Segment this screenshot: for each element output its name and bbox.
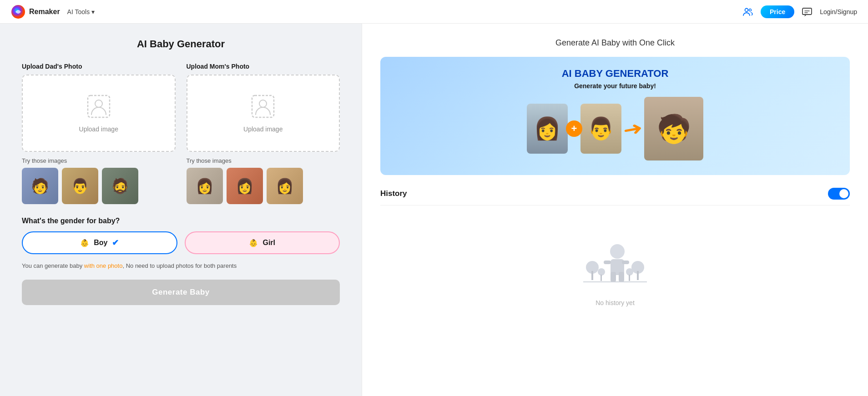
mom-sample-2[interactable]: 👩 xyxy=(227,168,263,204)
one-photo-note: You can generate baby with one photo, No… xyxy=(22,261,340,271)
chevron-down-icon: ▾ xyxy=(91,8,95,15)
generate-baby-button[interactable]: Generate Baby xyxy=(22,280,340,305)
no-history-text: No history yet xyxy=(595,299,635,306)
history-toggle[interactable] xyxy=(828,188,850,200)
gender-section: What's the gender for baby? 👶 Boy ✔ 👶 Gi… xyxy=(22,217,340,254)
navbar-left: Remaker AI Tools ▾ xyxy=(11,5,98,19)
mom-upload-label: Upload Mom's Photo xyxy=(187,63,340,70)
navbar: Remaker AI Tools ▾ Price Login/Signup xyxy=(0,0,868,24)
boy-label: Boy xyxy=(94,239,107,247)
logo-icon xyxy=(11,5,25,19)
promo-plus-icon: + xyxy=(566,120,582,137)
svg-point-5 xyxy=(95,100,102,107)
toggle-thumb xyxy=(839,189,848,198)
mom-try-label: Try those images xyxy=(187,157,340,164)
mom-sample-1[interactable]: 👩 xyxy=(187,168,223,204)
svg-rect-15 xyxy=(619,272,624,282)
one-photo-link[interactable]: with one photo xyxy=(84,262,123,269)
mom-upload-icon-wrap xyxy=(250,94,276,121)
mom-sample-images: 👩 👩 👩 xyxy=(187,168,340,204)
history-header: History xyxy=(380,188,850,206)
no-history-illustration xyxy=(579,231,651,292)
promo-dad-face: 👨 xyxy=(580,104,621,154)
ai-tools-button[interactable]: AI Tools ▾ xyxy=(64,6,99,17)
promo-banner-subtitle: Generate your future baby! xyxy=(389,82,841,90)
page-title: AI Baby Generator xyxy=(22,38,340,50)
svg-point-20 xyxy=(626,268,633,276)
gender-title: What's the gender for baby? xyxy=(22,217,340,225)
users-icon-button[interactable] xyxy=(741,5,755,19)
svg-rect-9 xyxy=(591,271,593,280)
dad-sample-2[interactable]: 👨 xyxy=(62,168,98,204)
svg-rect-21 xyxy=(629,275,630,281)
dad-try-label: Try those images xyxy=(22,157,176,164)
mom-upload-icon xyxy=(250,94,276,119)
dad-upload-text: Upload image xyxy=(79,125,118,133)
promo-banner: AI BABY GENERATOR Generate your future b… xyxy=(380,57,850,175)
promo-arrow-icon: ➜ xyxy=(621,118,644,139)
brand-name: Remaker xyxy=(29,8,60,16)
boy-button[interactable]: 👶 Boy ✔ xyxy=(22,231,177,254)
ai-tools-label: AI Tools xyxy=(67,8,90,15)
svg-point-7 xyxy=(259,100,267,107)
promo-baby-result: 🧒 xyxy=(644,97,703,160)
svg-point-10 xyxy=(598,268,605,276)
dad-sample-images: 🧑 👨 🧔 xyxy=(22,168,176,204)
svg-point-2 xyxy=(749,9,752,11)
dad-upload-icon-wrap xyxy=(86,94,111,121)
svg-rect-14 xyxy=(611,272,616,282)
right-panel: Generate AI Baby with One Click AI BABY … xyxy=(362,24,868,396)
svg-rect-17 xyxy=(622,261,629,264)
svg-rect-16 xyxy=(604,261,611,264)
login-button[interactable]: Login/Signup xyxy=(820,8,857,15)
girl-label: Girl xyxy=(262,239,275,247)
message-icon-button[interactable] xyxy=(800,5,814,19)
history-title: History xyxy=(380,189,407,198)
dad-sample-3[interactable]: 🧔 xyxy=(102,168,138,204)
one-photo-note-before: You can generate baby xyxy=(22,262,84,269)
history-section: History xyxy=(380,188,850,325)
users-icon xyxy=(742,6,753,17)
svg-point-12 xyxy=(610,244,625,259)
svg-rect-19 xyxy=(637,271,639,280)
promo-banner-title: AI BABY GENERATOR xyxy=(389,68,841,80)
dad-upload-column: Upload Dad's Photo Upload image Try thos… xyxy=(22,63,176,204)
mom-upload-box[interactable]: Upload image xyxy=(187,75,340,152)
message-icon xyxy=(802,6,812,17)
boy-check-icon: ✔ xyxy=(112,238,119,248)
price-button[interactable]: Price xyxy=(761,5,794,18)
dad-sample-1[interactable]: 🧑 xyxy=(22,168,58,204)
one-photo-note-after: , No need to upload photos for both pare… xyxy=(122,262,237,269)
left-panel: AI Baby Generator Upload Dad's Photo Upl… xyxy=(0,24,362,396)
girl-button[interactable]: 👶 Girl xyxy=(185,231,340,254)
girl-emoji: 👶 xyxy=(249,239,258,247)
mom-upload-column: Upload Mom's Photo Upload image Try thos… xyxy=(187,63,340,204)
boy-emoji: 👶 xyxy=(80,239,89,247)
no-history-container: No history yet xyxy=(380,213,850,325)
dad-upload-box[interactable]: Upload image xyxy=(22,75,176,152)
promo-images: 👩 + 👨 ➜ 🧒 xyxy=(389,97,841,160)
main-layout: AI Baby Generator Upload Dad's Photo Upl… xyxy=(0,24,868,396)
svg-point-1 xyxy=(745,8,748,11)
dad-upload-icon xyxy=(86,94,111,119)
mom-sample-3[interactable]: 👩 xyxy=(267,168,303,204)
upload-section: Upload Dad's Photo Upload image Try thos… xyxy=(22,63,340,204)
navbar-right: Price Login/Signup xyxy=(741,5,857,19)
right-title: Generate AI Baby with One Click xyxy=(380,38,850,48)
svg-rect-11 xyxy=(601,275,602,281)
dad-upload-label: Upload Dad's Photo xyxy=(22,63,176,70)
svg-rect-3 xyxy=(802,8,812,15)
promo-mom-face: 👩 xyxy=(527,104,568,154)
mom-upload-text: Upload image xyxy=(243,125,283,133)
gender-options: 👶 Boy ✔ 👶 Girl xyxy=(22,231,340,254)
